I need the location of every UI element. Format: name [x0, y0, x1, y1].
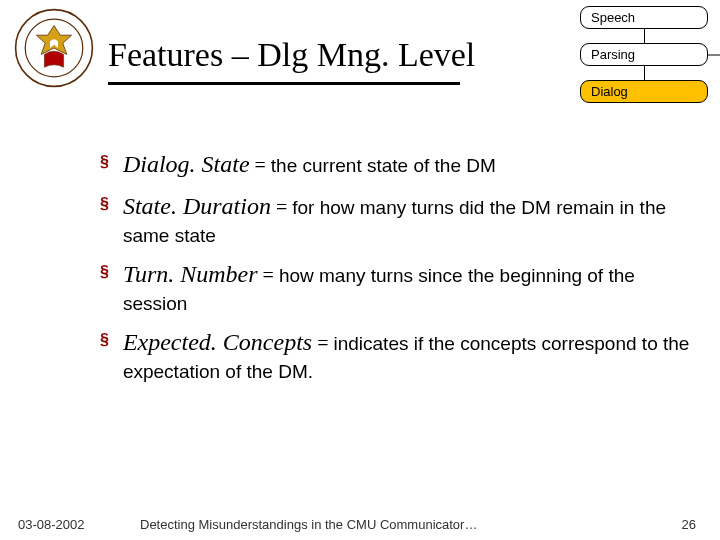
bullet-text: State. Duration = for how many turns did…: [123, 190, 690, 248]
stack-label: Dialog: [591, 84, 628, 99]
feature-term: Dialog. State: [123, 151, 250, 177]
footer-subtitle: Detecting Misunderstandings in the CMU C…: [140, 517, 477, 532]
list-item: § Turn. Number = how many turns since th…: [100, 258, 690, 316]
slide-header: Features – Dlg Mng. Level Speech Parsing…: [0, 0, 720, 110]
list-item: § Expected. Concepts = indicates if the …: [100, 326, 690, 384]
page-title: Features – Dlg Mng. Level: [108, 36, 475, 74]
stack-connector: [580, 66, 708, 80]
list-item: § State. Duration = for how many turns d…: [100, 190, 690, 248]
pipeline-stack: Speech Parsing Dialog: [580, 6, 708, 103]
footer-page-number: 26: [682, 517, 696, 532]
stack-speech: Speech: [580, 6, 708, 29]
cmu-seal-logo: [14, 8, 94, 88]
stack-connector: [580, 29, 708, 43]
equals-sign: =: [312, 332, 333, 354]
feature-term: State. Duration: [123, 193, 271, 219]
feature-desc: the current state of the DM: [271, 155, 496, 176]
footer-date: 03-08-2002: [18, 517, 85, 532]
equals-sign: =: [271, 196, 292, 218]
bullet-text: Turn. Number = how many turns since the …: [123, 258, 690, 316]
bullet-list: § Dialog. State = the current state of t…: [100, 148, 690, 394]
feature-term: Turn. Number: [123, 261, 258, 287]
stack-label: Parsing: [591, 47, 635, 62]
feature-term: Expected. Concepts: [123, 329, 312, 355]
bullet-icon: §: [100, 154, 109, 170]
bullet-icon: §: [100, 264, 109, 280]
stack-dialog: Dialog: [580, 80, 708, 103]
bullet-icon: §: [100, 332, 109, 348]
stack-label: Speech: [591, 10, 635, 25]
bullet-text: Expected. Concepts = indicates if the co…: [123, 326, 690, 384]
title-underline: [108, 82, 460, 85]
equals-sign: =: [258, 264, 279, 286]
equals-sign: =: [250, 154, 271, 176]
arrow-right-icon: [707, 49, 720, 61]
stack-parsing: Parsing: [580, 43, 708, 66]
list-item: § Dialog. State = the current state of t…: [100, 148, 690, 180]
bullet-icon: §: [100, 196, 109, 212]
bullet-text: Dialog. State = the current state of the…: [123, 148, 690, 180]
